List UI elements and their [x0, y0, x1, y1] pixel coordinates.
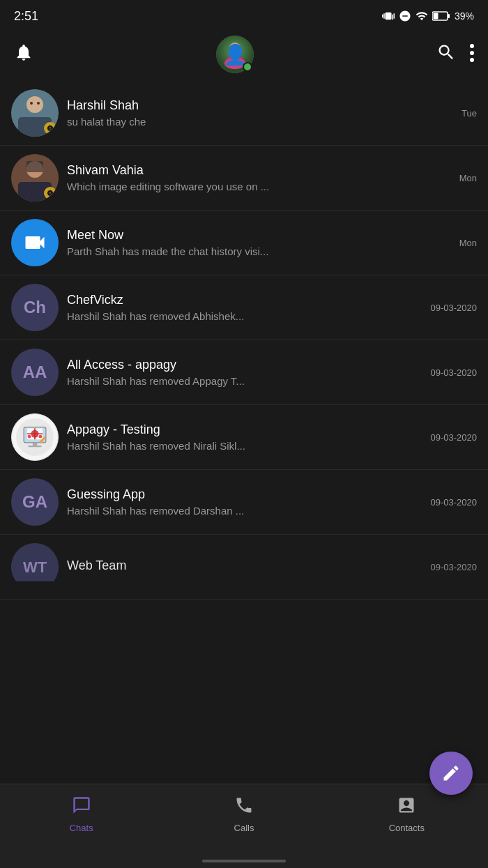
avatar: Ch — [11, 284, 59, 331]
new-chat-fab[interactable] — [429, 752, 473, 795]
chat-message: Harshil Shah has removed Appagy T... — [67, 375, 422, 387]
chat-message: Harshil Shah has removed Darshan ... — [67, 505, 422, 517]
chat-message: Harshil Shah has removed Nirali Sikl... — [67, 440, 422, 452]
chat-meta: Tue — [462, 108, 477, 119]
list-item[interactable]: Ch ChefVickz Harshil Shah has removed Ab… — [0, 275, 488, 340]
chat-meta: Mon — [459, 238, 477, 248]
chat-name: ChefVickz — [67, 293, 422, 307]
list-item[interactable]: Harshil Shah su halat thay che Tue — [0, 81, 488, 146]
svg-point-10 — [470, 58, 474, 62]
list-item[interactable]: Shivam Vahia Which image editing softwar… — [0, 146, 488, 211]
svg-rect-27 — [28, 446, 41, 447]
more-icon[interactable] — [470, 44, 474, 65]
chat-content: Appagy - Testing Harshil Shah has remove… — [59, 422, 431, 452]
svg-rect-1 — [433, 13, 438, 20]
bottom-navigation: Chats Calls Contacts — [0, 784, 488, 868]
chat-time: Mon — [459, 238, 477, 248]
chat-message: Parth Shah has made the chat history vis… — [67, 245, 451, 257]
chat-time: Tue — [462, 108, 477, 119]
avatar — [11, 413, 59, 461]
chats-nav-icon — [72, 795, 91, 820]
avatar-badge — [44, 187, 56, 199]
svg-point-5 — [229, 43, 241, 54]
svg-point-14 — [30, 102, 33, 105]
chat-time: 09-03-2020 — [431, 497, 478, 508]
chat-content: Shivam Vahia Which image editing softwar… — [59, 163, 459, 192]
toolbar-right — [436, 43, 474, 67]
chat-time: 09-03-2020 — [431, 562, 478, 572]
nav-item-chats[interactable]: Chats — [0, 793, 162, 836]
svg-point-9 — [470, 51, 474, 55]
chat-meta: 09-03-2020 — [431, 497, 478, 508]
edit-icon — [441, 763, 461, 783]
calls-nav-label: Calls — [234, 823, 254, 833]
toolbar — [0, 31, 488, 81]
avatar: AA — [11, 349, 59, 396]
svg-text:WT: WT — [23, 558, 47, 576]
chat-name: Guessing App — [67, 487, 422, 502]
online-indicator — [243, 62, 252, 72]
chat-content: ChefVickz Harshil Shah has removed Abhis… — [59, 293, 431, 322]
chat-name: Web Team — [67, 558, 422, 573]
chat-message: su halat thay che — [67, 116, 453, 128]
chats-nav-label: Chats — [70, 823, 93, 833]
chat-content: Meet Now Parth Shah has made the chat hi… — [59, 228, 459, 257]
chat-time: Mon — [459, 173, 477, 183]
chat-meta: 09-03-2020 — [431, 432, 478, 443]
svg-rect-2 — [448, 14, 450, 18]
chat-name: Appagy - Testing — [67, 422, 422, 437]
chat-content: Web Team — [59, 558, 431, 576]
list-item[interactable]: Meet Now Parth Shah has made the chat hi… — [0, 211, 488, 275]
chat-message: Which image editing software you use on … — [67, 181, 451, 192]
calls-nav-icon — [234, 795, 254, 820]
list-item[interactable]: GA Guessing App Harshil Shah has removed… — [0, 470, 488, 535]
avatar — [11, 89, 59, 137]
avatar-badge — [44, 122, 56, 135]
search-icon[interactable] — [436, 43, 456, 67]
chat-name: Harshil Shah — [67, 98, 453, 113]
svg-point-8 — [470, 44, 474, 48]
list-item[interactable]: Appagy - Testing Harshil Shah has remove… — [0, 405, 488, 470]
chat-time: 09-03-2020 — [431, 303, 478, 313]
nav-item-calls[interactable]: Calls — [162, 793, 325, 836]
home-indicator — [202, 860, 286, 862]
chat-meta: 09-03-2020 — [431, 303, 478, 313]
chat-content: Harshil Shah su halat thay che — [59, 98, 462, 128]
list-item[interactable]: WT Web Team 09-03-2020 — [0, 535, 488, 600]
toolbar-left — [14, 43, 33, 67]
chat-meta: Mon — [459, 173, 477, 183]
user-profile[interactable] — [216, 36, 254, 73]
contacts-nav-label: Contacts — [389, 823, 425, 833]
chat-message: Harshil Shah has removed Abhishek... — [67, 310, 422, 322]
nav-item-contacts[interactable]: Contacts — [326, 793, 488, 836]
bell-icon[interactable] — [14, 43, 33, 67]
chat-meta: 09-03-2020 — [431, 367, 478, 378]
list-item[interactable]: AA All Access - appagy Harshil Shah has … — [0, 340, 488, 405]
svg-point-12 — [26, 96, 43, 113]
chat-name: Shivam Vahia — [67, 163, 451, 178]
chat-content: All Access - appagy Harshil Shah has rem… — [59, 358, 431, 387]
status-icons: 39% — [382, 10, 474, 22]
status-time: 2:51 — [14, 9, 38, 24]
chat-content: Guessing App Harshil Shah has removed Da… — [59, 487, 431, 517]
chat-name: All Access - appagy — [67, 358, 422, 372]
chat-meta: 09-03-2020 — [431, 562, 478, 572]
wifi-icon — [415, 10, 428, 22]
svg-point-15 — [37, 102, 40, 105]
chat-name: Meet Now — [67, 228, 451, 243]
dnd-icon — [399, 10, 411, 22]
status-bar: 2:51 39% — [0, 0, 488, 31]
battery-percentage: 39% — [455, 10, 474, 22]
vibrate-icon — [382, 10, 395, 22]
avatar: GA — [11, 478, 59, 526]
chat-list: Harshil Shah su halat thay che Tue Shiva… — [0, 81, 488, 784]
contacts-nav-icon — [397, 795, 416, 820]
svg-point-28 — [28, 435, 31, 439]
avatar: WT — [11, 543, 59, 591]
chat-time: 09-03-2020 — [431, 367, 478, 378]
svg-point-29 — [39, 435, 43, 439]
battery-icon — [432, 11, 450, 21]
avatar — [11, 219, 59, 266]
chat-time: 09-03-2020 — [431, 432, 478, 443]
svg-rect-19 — [26, 161, 43, 172]
